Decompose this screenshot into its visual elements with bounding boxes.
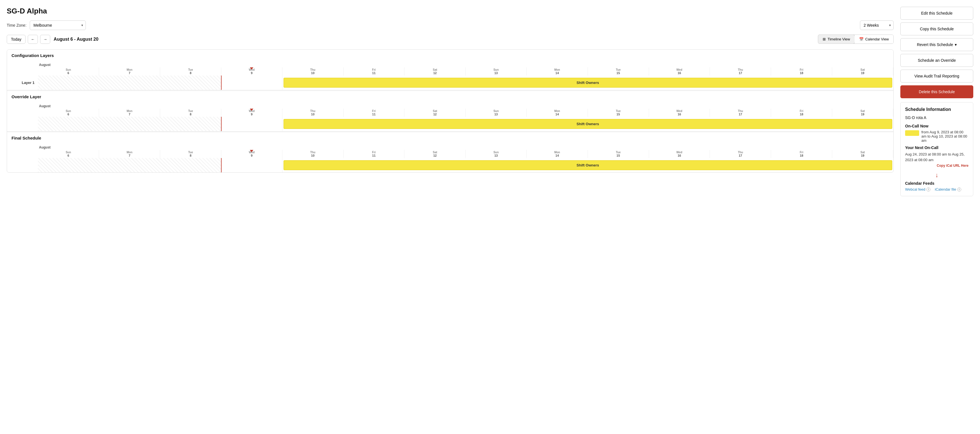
configuration-layers-title: Configuration Layers — [7, 50, 893, 61]
next-oncall-label: Your Next On-Call — [905, 145, 969, 150]
calendar-feeds-section: Calendar Feeds Webcal feed i iCalendar f… — [905, 181, 969, 191]
calendar-view-button[interactable]: 📅 Calendar View — [854, 35, 893, 43]
timezone-select[interactable]: Melbourne Sydney UTC New York London — [30, 21, 86, 30]
override-layer-table: August Sun6 Mon7 Tue8 Wed9 Thu10 Fri11 S… — [7, 102, 893, 131]
ical-arrow-icon: ↓ — [905, 172, 969, 179]
day-header-5: Fri 11 — [343, 67, 404, 75]
day-header-12: Fri 18 — [771, 67, 832, 75]
revert-schedule-button[interactable]: Revert this Schedule ▾ — [900, 38, 973, 51]
timeline-icon: ⊞ — [822, 37, 826, 41]
configuration-layers-section: Configuration Layers August — [7, 50, 893, 91]
override-shift-bar: Shift Owners — [283, 119, 892, 129]
delete-schedule-button[interactable]: Delete this Schedule — [900, 85, 973, 98]
view-range-select[interactable]: 1 Week 2 Weeks 1 Month — [860, 21, 894, 30]
copy-ical-link[interactable]: Copy iCal URL Here — [905, 163, 969, 168]
oncall-now-entry: from Aug 9, 2023 at 08:00 am to Aug 10, … — [905, 130, 969, 143]
final-shift-row: Shift Owners — [7, 158, 893, 172]
day-header-7: Sun 13 — [466, 67, 527, 75]
next-button[interactable]: → — [40, 35, 50, 44]
final-schedule-section: Final Schedule August — [7, 132, 893, 172]
schedule-name: SG-D rota A — [905, 115, 969, 120]
month-row: August — [7, 61, 893, 67]
schedule-info-panel: Schedule Information SG-D rota A On-Call… — [900, 102, 973, 196]
timezone-label: Time Zone: — [7, 23, 26, 27]
day-header-row: Sun 6 Mon 7 Tue 8 — [7, 67, 893, 75]
day-header-0: Sun 6 — [38, 67, 99, 75]
override-layer-title: Override Layer — [7, 91, 893, 102]
calendar-icon: 📅 — [859, 37, 864, 41]
final-schedule-title: Final Schedule — [7, 132, 893, 144]
day-header-4: Thu 10 — [282, 67, 343, 75]
next-oncall-text: Aug 24, 2023 at 08:00 am to Aug 25, 2023… — [905, 152, 969, 168]
view-toggle: ⊞ Timeline View 📅 Calendar View — [818, 35, 894, 44]
copy-schedule-button[interactable]: Copy this Schedule — [900, 22, 973, 35]
oncall-now-label: On-Call Now — [905, 124, 969, 128]
layer-1-row: Layer 1 Shift Owners — [7, 75, 893, 90]
prev-button[interactable]: ← — [28, 35, 38, 44]
override-day-header-row: Sun6 Mon7 Tue8 Wed9 Thu10 Fri11 Sat12 Su… — [7, 108, 893, 117]
day-header-11: Thu 17 — [710, 67, 771, 75]
calendar-feeds-label: Calendar Feeds — [905, 181, 969, 185]
day-header-2: Tue 8 — [160, 67, 221, 75]
view-range-select-wrapper: 1 Week 2 Weeks 1 Month ▾ — [860, 21, 894, 30]
day-header-3-today: Wed 9 — [221, 67, 282, 75]
override-layer-section: Override Layer August — [7, 91, 893, 132]
oncall-avatar — [905, 130, 919, 136]
ical-file-link[interactable]: iCalendar file i — [935, 187, 961, 191]
day-header-6: Sat 12 — [404, 67, 466, 75]
date-range: August 6 - August 20 — [54, 37, 98, 42]
day-header-1: Mon 7 — [99, 67, 160, 75]
day-header-9: Tue 15 — [588, 67, 649, 75]
schedule-container: Configuration Layers August — [7, 49, 894, 172]
timezone-select-wrapper: Melbourne Sydney UTC New York London ▾ — [30, 21, 86, 30]
override-shift-row: Shift Owners — [7, 117, 893, 131]
final-shift-bar: Shift Owners — [283, 160, 892, 170]
final-day-header-row: Sun6 Mon7 Tue8 Wed9 Thu10 Fri11 Sat12 Su… — [7, 150, 893, 158]
day-header-8: Mon 14 — [527, 67, 588, 75]
edit-schedule-button[interactable]: Edit this Schedule — [900, 7, 973, 20]
override-month-row: August — [7, 102, 893, 108]
oncall-now-text: from Aug 9, 2023 at 08:00 am to Aug 10, … — [921, 130, 969, 143]
webcal-info-icon[interactable]: i — [926, 188, 931, 191]
override-schedule-button[interactable]: Schedule an Override — [900, 54, 973, 67]
day-header-13: Sat 19 — [832, 67, 893, 75]
today-button[interactable]: Today — [7, 35, 25, 44]
revert-chevron-icon: ▾ — [955, 42, 957, 47]
final-schedule-table: August Sun6 Mon7 Tue8 Wed9 Thu10 Fri11 S… — [7, 144, 893, 172]
page-title: SG-D Alpha — [7, 7, 894, 16]
day-header-10: Wed 16 — [649, 67, 710, 75]
sidebar: Edit this Schedule Copy this Schedule Re… — [900, 7, 973, 427]
final-month-row: August — [7, 144, 893, 150]
webcal-feed-link[interactable]: Webcal feed i — [905, 187, 931, 191]
layer-1-shift-bar: Shift Owners — [283, 78, 892, 88]
config-layer-table: August Sun 6 Mon 7 — [7, 61, 893, 90]
layer-1-label: Layer 1 — [7, 75, 38, 90]
schedule-info-title: Schedule Information — [905, 107, 969, 112]
month-header: August — [38, 61, 893, 67]
audit-trail-button[interactable]: View Audit Trail Reporting — [900, 70, 973, 83]
ical-info-icon[interactable]: i — [957, 188, 961, 191]
timeline-view-button[interactable]: ⊞ Timeline View — [818, 35, 854, 44]
